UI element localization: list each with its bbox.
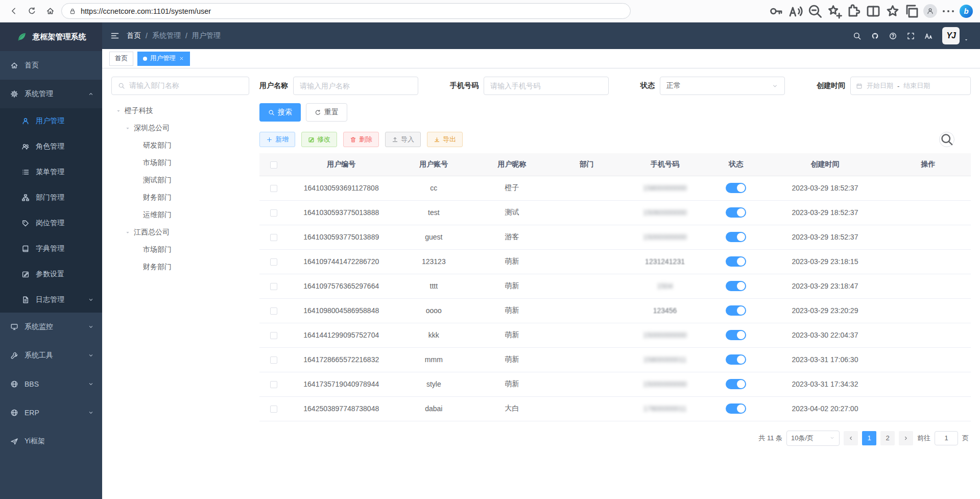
sidebar-item-erp[interactable]: ERP bbox=[0, 398, 102, 427]
sidebar-item-home[interactable]: 首页 bbox=[0, 51, 102, 80]
browser-back-button[interactable] bbox=[5, 3, 21, 19]
sidebar-item-yi-framework[interactable]: Yi框架 bbox=[0, 427, 102, 456]
tab-0[interactable]: 首页 bbox=[109, 52, 133, 66]
toggle-knob bbox=[737, 233, 745, 241]
table-row: 1641030593691127808cc橙子158000000002023-0… bbox=[259, 176, 971, 200]
row-checkbox[interactable] bbox=[270, 185, 277, 192]
read-aloud-icon[interactable] bbox=[787, 3, 804, 19]
row-checkbox[interactable] bbox=[270, 258, 277, 266]
page-1-button[interactable]: 1 bbox=[862, 431, 876, 445]
page-2-button[interactable]: 2 bbox=[880, 431, 895, 445]
breadcrumb-item[interactable]: 用户管理 bbox=[192, 31, 221, 40]
status-select[interactable]: 正常 bbox=[660, 77, 785, 95]
row-checkbox[interactable] bbox=[270, 283, 277, 290]
status-toggle[interactable] bbox=[726, 232, 746, 242]
row-checkbox[interactable] bbox=[270, 332, 277, 339]
address-bar[interactable]: https://ccnetcore.com:1101/system/user bbox=[61, 3, 631, 19]
tree-node[interactable]: 橙子科技 bbox=[111, 102, 249, 120]
sidebar-item-logs[interactable]: 日志管理 bbox=[0, 287, 102, 313]
status-toggle[interactable] bbox=[726, 330, 746, 340]
browser-profile-avatar[interactable] bbox=[923, 4, 937, 18]
header-font-size-icon[interactable] bbox=[924, 32, 933, 40]
row-checkbox[interactable] bbox=[270, 357, 277, 364]
row-checkbox[interactable] bbox=[270, 381, 277, 388]
sidebar-item-tools[interactable]: 系统工具 bbox=[0, 341, 102, 370]
dept-search-input[interactable]: 请输入部门名称 bbox=[111, 77, 249, 95]
tab-1[interactable]: 用户管理 bbox=[137, 52, 190, 66]
header-github-icon[interactable] bbox=[871, 32, 879, 40]
sidebar-item-bbs[interactable]: BBS bbox=[0, 370, 102, 398]
row-checkbox[interactable] bbox=[270, 307, 277, 315]
split-screen-icon[interactable] bbox=[865, 3, 881, 19]
row-checkbox[interactable] bbox=[270, 234, 277, 241]
favorites-icon[interactable] bbox=[885, 3, 901, 19]
extensions-icon[interactable] bbox=[846, 3, 862, 19]
sidebar-item-dictionary[interactable]: 字典管理 bbox=[0, 236, 102, 262]
row-select-cell bbox=[259, 372, 288, 396]
breadcrumb-item[interactable]: 系统管理 bbox=[152, 31, 181, 40]
tree-node[interactable]: 财务部门 bbox=[111, 258, 249, 276]
goto-page-input[interactable] bbox=[935, 431, 958, 445]
sidebar-item-posts[interactable]: 岗位管理 bbox=[0, 210, 102, 236]
sidebar-item-departments[interactable]: 部门管理 bbox=[0, 185, 102, 210]
collections-icon[interactable] bbox=[904, 3, 920, 19]
zoom-out-icon[interactable] bbox=[807, 3, 823, 19]
toggle-search-button[interactable] bbox=[939, 132, 954, 147]
copilot-icon[interactable]: b bbox=[960, 5, 973, 18]
tree-node[interactable]: 江西总公司 bbox=[111, 224, 249, 241]
row-checkbox[interactable] bbox=[270, 209, 277, 217]
export-button[interactable]: 导出 bbox=[427, 132, 463, 147]
caret-down-icon[interactable] bbox=[124, 229, 132, 235]
tree-node[interactable]: 市场部门 bbox=[111, 154, 249, 172]
phone-input[interactable] bbox=[484, 77, 609, 95]
next-page-button[interactable] bbox=[899, 431, 913, 445]
status-toggle[interactable] bbox=[726, 207, 746, 218]
prev-page-button[interactable] bbox=[844, 431, 858, 445]
status-toggle[interactable] bbox=[726, 281, 746, 291]
edit-button[interactable]: 修改 bbox=[301, 132, 337, 147]
status-toggle[interactable] bbox=[726, 403, 746, 414]
status-toggle[interactable] bbox=[726, 256, 746, 267]
header-fullscreen-icon[interactable] bbox=[906, 32, 915, 40]
sidebar-item-monitor[interactable]: 系统监控 bbox=[0, 313, 102, 341]
username-input[interactable] bbox=[293, 77, 418, 95]
tree-node[interactable]: 市场部门 bbox=[111, 241, 249, 258]
select-all-checkbox[interactable] bbox=[270, 161, 277, 169]
favorite-add-icon[interactable] bbox=[826, 3, 843, 19]
status-toggle[interactable] bbox=[726, 379, 746, 389]
tree-node[interactable]: 财务部门 bbox=[111, 189, 249, 206]
tree-node[interactable]: 测试部门 bbox=[111, 172, 249, 189]
collapse-sidebar-button[interactable] bbox=[110, 31, 119, 40]
row-checkbox[interactable] bbox=[270, 406, 277, 413]
browser-home-button[interactable] bbox=[42, 3, 58, 19]
status-field: 状态 正常 bbox=[640, 77, 785, 95]
add-button[interactable]: 新增 bbox=[259, 132, 295, 147]
status-toggle[interactable] bbox=[726, 354, 746, 365]
sidebar-item-users[interactable]: 用户管理 bbox=[0, 108, 102, 134]
status-toggle[interactable] bbox=[726, 183, 746, 193]
user-avatar[interactable]: YJ bbox=[942, 27, 960, 44]
sidebar-item-system[interactable]: 系统管理 bbox=[0, 80, 102, 108]
search-button[interactable]: 搜索 bbox=[259, 103, 301, 122]
header-search-icon[interactable] bbox=[853, 32, 862, 40]
breadcrumb-item[interactable]: 首页 bbox=[127, 31, 141, 40]
tree-node[interactable]: 运维部门 bbox=[111, 206, 249, 224]
caret-down-icon[interactable] bbox=[124, 125, 132, 131]
browser-reload-button[interactable] bbox=[23, 3, 40, 19]
more-icon[interactable] bbox=[940, 3, 957, 19]
header-help-icon[interactable] bbox=[889, 32, 897, 40]
delete-button[interactable]: 删除 bbox=[343, 132, 379, 147]
close-icon[interactable] bbox=[179, 56, 184, 61]
date-range-picker[interactable]: 开始日期 - 结束日期 bbox=[850, 77, 971, 95]
tree-node[interactable]: 深圳总公司 bbox=[111, 120, 249, 137]
caret-down-icon[interactable] bbox=[114, 108, 123, 114]
page-size-select[interactable]: 10条/页 bbox=[786, 431, 840, 446]
sidebar-item-parameters[interactable]: 参数设置 bbox=[0, 262, 102, 287]
sidebar-item-menus[interactable]: 菜单管理 bbox=[0, 159, 102, 185]
import-button[interactable]: 导入 bbox=[385, 132, 421, 147]
reset-button[interactable]: 重置 bbox=[306, 103, 347, 122]
status-toggle[interactable] bbox=[726, 305, 746, 316]
sidebar-item-roles[interactable]: 角色管理 bbox=[0, 134, 102, 159]
key-icon[interactable] bbox=[768, 3, 784, 19]
tree-node[interactable]: 研发部门 bbox=[111, 137, 249, 154]
